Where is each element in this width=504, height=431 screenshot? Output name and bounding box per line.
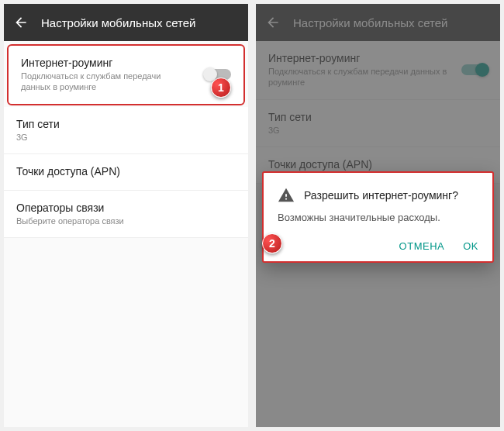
phone-left: Настройки мобильных сетей Интернет-роуми… xyxy=(4,4,248,427)
phone-right: Настройки мобильных сетей Интернет-роуми… xyxy=(256,4,500,427)
operators-sub: Выберите оператора связи xyxy=(16,216,236,226)
step-badge-1: 1 xyxy=(211,78,231,98)
step-badge-2: 2 xyxy=(262,233,282,253)
nettype-sub: 3G xyxy=(16,132,236,143)
apn-title: Точки доступа (APN) xyxy=(16,165,236,178)
dialog-actions: ОТМЕНА OK xyxy=(278,237,478,255)
settings-list: Интернет-роуминг Подключаться к службам … xyxy=(4,41,248,427)
roaming-sub: Подключаться к службам передачи данных в… xyxy=(21,71,231,93)
app-header: Настройки мобильных сетей xyxy=(4,4,248,41)
cancel-button[interactable]: ОТМЕНА xyxy=(399,240,445,252)
dialog-title: Разрешить интернет-роуминг? xyxy=(304,189,458,202)
nettype-item[interactable]: Тип сети 3G xyxy=(4,107,248,154)
ok-button[interactable]: OK xyxy=(463,240,478,252)
nettype-title: Тип сети xyxy=(16,118,236,130)
roaming-title: Интернет-роуминг xyxy=(21,57,231,69)
confirm-dialog: Разрешить интернет-роуминг? Возможны зна… xyxy=(262,171,494,263)
header-title: Настройки мобильных сетей xyxy=(41,16,195,29)
dialog-body: Возможны значительные расходы. xyxy=(278,212,478,223)
operators-item[interactable]: Операторы связи Выберите оператора связи xyxy=(4,191,248,238)
warning-icon xyxy=(278,187,295,204)
back-icon[interactable] xyxy=(13,15,29,30)
operators-title: Операторы связи xyxy=(16,202,236,214)
apn-item[interactable]: Точки доступа (APN) xyxy=(4,154,248,191)
roaming-item[interactable]: Интернет-роуминг Подключаться к службам … xyxy=(7,44,245,105)
dialog-header: Разрешить интернет-роуминг? xyxy=(278,187,478,204)
